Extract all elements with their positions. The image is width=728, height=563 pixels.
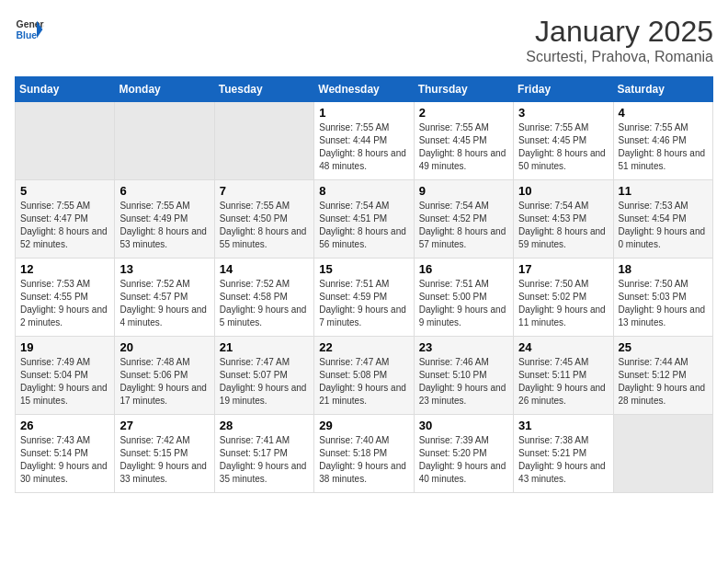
- day-number: 12: [20, 262, 109, 276]
- day-info: Sunrise: 7:54 AM Sunset: 4:53 PM Dayligh…: [518, 200, 608, 251]
- day-info: Sunrise: 7:48 AM Sunset: 5:06 PM Dayligh…: [119, 356, 209, 408]
- weekday-header-friday: Friday: [514, 77, 613, 102]
- day-number: 6: [119, 184, 209, 198]
- day-info: Sunrise: 7:45 AM Sunset: 5:11 PM Dayligh…: [518, 356, 608, 408]
- calendar-cell: 1Sunrise: 7:55 AM Sunset: 4:44 PM Daylig…: [314, 102, 414, 180]
- calendar-cell: 25Sunrise: 7:44 AM Sunset: 5:12 PM Dayli…: [613, 337, 712, 415]
- calendar-week-row: 5Sunrise: 7:55 AM Sunset: 4:47 PM Daylig…: [16, 180, 713, 259]
- day-number: 13: [119, 262, 209, 276]
- calendar-cell: 15Sunrise: 7:51 AM Sunset: 4:59 PM Dayli…: [314, 259, 414, 337]
- calendar-cell: [214, 102, 313, 180]
- calendar-cell: 7Sunrise: 7:55 AM Sunset: 4:50 PM Daylig…: [214, 180, 313, 259]
- calendar-cell: 21Sunrise: 7:47 AM Sunset: 5:07 PM Dayli…: [214, 337, 313, 415]
- day-number: 3: [518, 106, 608, 120]
- day-info: Sunrise: 7:47 AM Sunset: 5:08 PM Dayligh…: [319, 356, 408, 408]
- calendar-cell: 17Sunrise: 7:50 AM Sunset: 5:02 PM Dayli…: [514, 259, 613, 337]
- day-number: 27: [119, 419, 209, 432]
- calendar-table: SundayMondayTuesdayWednesdayThursdayFrid…: [15, 76, 713, 493]
- page-header: General Blue January 2025 Scurtesti, Pra…: [15, 15, 713, 65]
- day-number: 24: [518, 340, 608, 354]
- day-number: 22: [319, 340, 408, 354]
- day-number: 11: [619, 184, 708, 198]
- day-info: Sunrise: 7:55 AM Sunset: 4:45 PM Dayligh…: [518, 121, 608, 173]
- day-number: 5: [20, 184, 109, 198]
- weekday-header-tuesday: Tuesday: [214, 77, 313, 102]
- day-number: 1: [319, 106, 408, 120]
- weekday-header-monday: Monday: [115, 77, 214, 102]
- calendar-cell: [613, 415, 712, 493]
- calendar-cell: 18Sunrise: 7:50 AM Sunset: 5:03 PM Dayli…: [613, 259, 712, 337]
- weekday-header-wednesday: Wednesday: [314, 77, 414, 102]
- day-info: Sunrise: 7:54 AM Sunset: 4:52 PM Dayligh…: [419, 200, 508, 251]
- day-info: Sunrise: 7:53 AM Sunset: 4:55 PM Dayligh…: [20, 278, 109, 329]
- day-info: Sunrise: 7:46 AM Sunset: 5:10 PM Dayligh…: [419, 356, 508, 408]
- day-info: Sunrise: 7:55 AM Sunset: 4:50 PM Dayligh…: [220, 200, 309, 251]
- day-info: Sunrise: 7:43 AM Sunset: 5:14 PM Dayligh…: [20, 434, 109, 486]
- day-info: Sunrise: 7:44 AM Sunset: 5:12 PM Dayligh…: [619, 356, 708, 408]
- day-number: 25: [619, 340, 708, 354]
- calendar-cell: 29Sunrise: 7:40 AM Sunset: 5:18 PM Dayli…: [314, 415, 414, 493]
- calendar-cell: 16Sunrise: 7:51 AM Sunset: 5:00 PM Dayli…: [414, 259, 513, 337]
- calendar-cell: 24Sunrise: 7:45 AM Sunset: 5:11 PM Dayli…: [514, 337, 613, 415]
- day-info: Sunrise: 7:52 AM Sunset: 4:57 PM Dayligh…: [119, 278, 209, 329]
- day-info: Sunrise: 7:49 AM Sunset: 5:04 PM Dayligh…: [20, 356, 109, 408]
- day-number: 17: [518, 262, 608, 276]
- calendar-week-row: 1Sunrise: 7:55 AM Sunset: 4:44 PM Daylig…: [16, 102, 713, 180]
- calendar-cell: 14Sunrise: 7:52 AM Sunset: 4:58 PM Dayli…: [214, 259, 313, 337]
- day-number: 10: [518, 184, 608, 198]
- calendar-cell: 3Sunrise: 7:55 AM Sunset: 4:45 PM Daylig…: [514, 102, 613, 180]
- calendar-cell: 28Sunrise: 7:41 AM Sunset: 5:17 PM Dayli…: [214, 415, 313, 493]
- day-info: Sunrise: 7:39 AM Sunset: 5:20 PM Dayligh…: [419, 434, 508, 486]
- calendar-cell: [16, 102, 115, 180]
- day-number: 14: [220, 262, 309, 276]
- calendar-cell: 22Sunrise: 7:47 AM Sunset: 5:08 PM Dayli…: [314, 337, 414, 415]
- calendar-subtitle: Scurtesti, Prahova, Romania: [526, 49, 713, 65]
- calendar-cell: 4Sunrise: 7:55 AM Sunset: 4:46 PM Daylig…: [613, 102, 712, 180]
- title-section: January 2025 Scurtesti, Prahova, Romania: [526, 15, 713, 65]
- calendar-cell: 13Sunrise: 7:52 AM Sunset: 4:57 PM Dayli…: [115, 259, 214, 337]
- calendar-cell: 8Sunrise: 7:54 AM Sunset: 4:51 PM Daylig…: [314, 180, 414, 259]
- calendar-cell: 23Sunrise: 7:46 AM Sunset: 5:10 PM Dayli…: [414, 337, 513, 415]
- calendar-cell: 31Sunrise: 7:38 AM Sunset: 5:21 PM Dayli…: [514, 415, 613, 493]
- calendar-cell: 9Sunrise: 7:54 AM Sunset: 4:52 PM Daylig…: [414, 180, 513, 259]
- calendar-cell: 27Sunrise: 7:42 AM Sunset: 5:15 PM Dayli…: [115, 415, 214, 493]
- day-info: Sunrise: 7:40 AM Sunset: 5:18 PM Dayligh…: [319, 434, 408, 486]
- calendar-cell: 12Sunrise: 7:53 AM Sunset: 4:55 PM Dayli…: [16, 259, 115, 337]
- day-info: Sunrise: 7:54 AM Sunset: 4:51 PM Dayligh…: [319, 200, 408, 251]
- day-number: 2: [419, 106, 508, 120]
- calendar-cell: 2Sunrise: 7:55 AM Sunset: 4:45 PM Daylig…: [414, 102, 513, 180]
- day-number: 18: [619, 262, 708, 276]
- logo-icon: General Blue: [15, 15, 44, 44]
- day-info: Sunrise: 7:55 AM Sunset: 4:47 PM Dayligh…: [20, 200, 109, 251]
- calendar-cell: 19Sunrise: 7:49 AM Sunset: 5:04 PM Dayli…: [16, 337, 115, 415]
- calendar-cell: 5Sunrise: 7:55 AM Sunset: 4:47 PM Daylig…: [16, 180, 115, 259]
- weekday-header-sunday: Sunday: [16, 77, 115, 102]
- weekday-header-saturday: Saturday: [613, 77, 712, 102]
- day-info: Sunrise: 7:52 AM Sunset: 4:58 PM Dayligh…: [220, 278, 309, 329]
- calendar-cell: 20Sunrise: 7:48 AM Sunset: 5:06 PM Dayli…: [115, 337, 214, 415]
- day-info: Sunrise: 7:47 AM Sunset: 5:07 PM Dayligh…: [220, 356, 309, 408]
- day-number: 21: [220, 340, 309, 354]
- day-number: 31: [518, 419, 608, 432]
- weekday-header-row: SundayMondayTuesdayWednesdayThursdayFrid…: [16, 77, 713, 102]
- weekday-header-thursday: Thursday: [414, 77, 513, 102]
- day-number: 30: [419, 419, 508, 432]
- day-number: 20: [119, 340, 209, 354]
- day-info: Sunrise: 7:55 AM Sunset: 4:45 PM Dayligh…: [419, 121, 508, 173]
- calendar-cell: 26Sunrise: 7:43 AM Sunset: 5:14 PM Dayli…: [16, 415, 115, 493]
- day-info: Sunrise: 7:55 AM Sunset: 4:44 PM Dayligh…: [319, 121, 408, 173]
- svg-text:Blue: Blue: [17, 30, 38, 40]
- day-number: 16: [419, 262, 508, 276]
- day-number: 26: [20, 419, 109, 432]
- calendar-week-row: 19Sunrise: 7:49 AM Sunset: 5:04 PM Dayli…: [16, 337, 713, 415]
- day-number: 29: [319, 419, 408, 432]
- day-info: Sunrise: 7:55 AM Sunset: 4:49 PM Dayligh…: [119, 200, 209, 251]
- day-info: Sunrise: 7:51 AM Sunset: 4:59 PM Dayligh…: [319, 278, 408, 329]
- calendar-cell: 11Sunrise: 7:53 AM Sunset: 4:54 PM Dayli…: [613, 180, 712, 259]
- logo: General Blue: [15, 15, 44, 44]
- day-number: 23: [419, 340, 508, 354]
- day-number: 8: [319, 184, 408, 198]
- day-info: Sunrise: 7:42 AM Sunset: 5:15 PM Dayligh…: [119, 434, 209, 486]
- day-info: Sunrise: 7:55 AM Sunset: 4:46 PM Dayligh…: [619, 121, 708, 173]
- day-number: 7: [220, 184, 309, 198]
